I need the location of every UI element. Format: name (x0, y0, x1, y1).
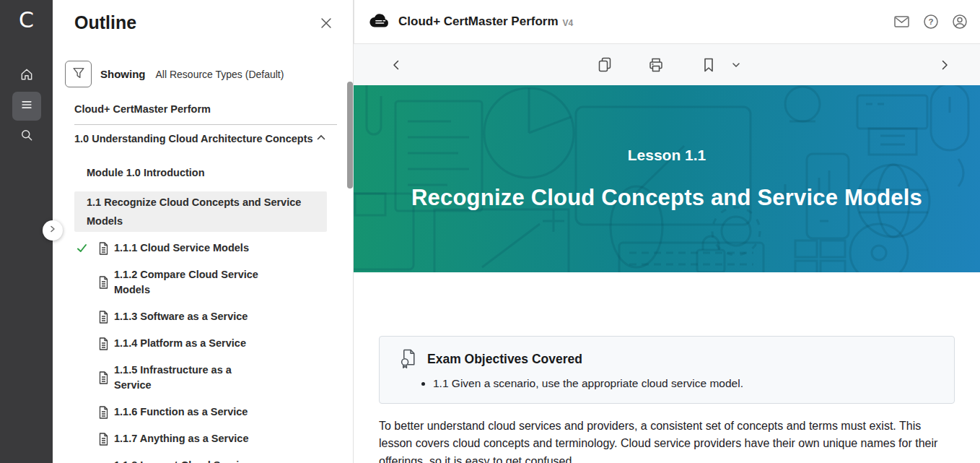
collapse-rail-button[interactable] (43, 220, 63, 241)
showing-label: Showing (100, 68, 146, 80)
domain-label: 1.0 Understanding Cloud Architecture Con… (74, 131, 313, 146)
outline-tree: Cloud+ CertMaster Perform 1.0 Understand… (53, 103, 353, 463)
outline-title: Outline (74, 12, 136, 33)
document-icon (98, 406, 109, 419)
main-header: Cloud+ CertMaster Perform V4 ? (354, 0, 980, 44)
help-icon[interactable]: ? (922, 13, 940, 30)
product-title: Cloud+ CertMaster Perform (398, 14, 559, 29)
lesson-content: Exam Objectives Covered 1.1 Given a scen… (354, 272, 980, 463)
bookmark-icon[interactable] (700, 56, 717, 74)
objectives-list: 1.1 Given a scenario, use the appropriat… (400, 376, 937, 391)
outline-menu-button[interactable] (12, 92, 41, 121)
product-version: V4 (563, 16, 574, 28)
exam-objectives-box: Exam Objectives Covered 1.1 Given a scen… (379, 336, 955, 404)
lesson-banner: Lesson 1.1 Recognize Cloud Concepts and … (354, 85, 980, 272)
topic-label: 1.1.3 Software as a Service (114, 309, 248, 324)
document-icon (98, 337, 109, 350)
tree-item-topic[interactable]: 1.1.8 Largest Cloud Service Providers (53, 458, 353, 463)
document-icon (98, 433, 109, 446)
svg-text:?: ? (928, 17, 933, 26)
lesson-toolbar (354, 44, 980, 85)
close-icon (318, 15, 334, 34)
close-outline-button[interactable] (318, 16, 335, 33)
filter-value: All Resource Types (Default) (156, 69, 284, 80)
lesson-number: Lesson 1.1 (628, 147, 706, 164)
copy-icon[interactable] (596, 56, 613, 74)
filter-icon (71, 65, 87, 84)
print-icon[interactable] (647, 56, 665, 74)
account-icon[interactable] (951, 13, 968, 30)
document-icon (98, 276, 109, 289)
tree-item-topic[interactable]: 1.1.3 Software as a Service (53, 309, 353, 324)
tree-item-course[interactable]: Cloud+ CertMaster Perform (74, 103, 353, 116)
lesson-intro-paragraph: To better understand cloud services and … (379, 417, 955, 463)
topic-label: 1.1.8 Largest Cloud Service Providers (114, 458, 267, 463)
main-area: Cloud+ CertMaster Perform V4 ? (354, 0, 980, 463)
comptia-logo: C (0, 7, 53, 33)
document-icon (98, 371, 109, 384)
topic-label: 1.1.7 Anything as a Service (114, 431, 248, 446)
tree-item-lesson-selected[interactable]: 1.1 Recognize Cloud Concepts and Service… (74, 191, 327, 232)
document-icon (98, 242, 109, 255)
tree-item-topic[interactable]: 1.1.5 Infrastructure as a Service (53, 363, 353, 393)
filter-button[interactable] (65, 61, 92, 87)
home-icon (19, 67, 34, 85)
topic-label: 1.1.6 Function as a Service (114, 404, 248, 420)
caret-down-icon[interactable] (730, 59, 742, 71)
menu-icon (19, 98, 34, 115)
document-icon (98, 311, 109, 324)
objective-item: 1.1 Given a scenario, use the appropriat… (433, 376, 937, 391)
tree-item-topic[interactable]: 1.1.2 Compare Cloud Service Models (53, 267, 353, 298)
certificate-icon (400, 349, 418, 369)
app-root: C Outline (0, 0, 980, 463)
tree-item-topic[interactable]: 1.1.7 Anything as a Service (53, 431, 353, 446)
check-icon (74, 242, 89, 254)
objectives-title: Exam Objectives Covered (427, 352, 582, 367)
lesson-title: Recognize Cloud Concepts and Service Mod… (411, 185, 922, 211)
home-button[interactable] (12, 61, 41, 90)
chevron-right-icon (48, 224, 58, 237)
outline-panel: Outline Showing All Resource Types (Defa… (53, 0, 354, 463)
filter-row: Showing All Resource Types (Default) (65, 61, 284, 87)
tree-item-module[interactable]: Module 1.0 Introduction (87, 165, 353, 180)
tree-item-topic[interactable]: 1.1.4 Platform as a Service (53, 336, 353, 351)
divider (74, 124, 337, 125)
tree-item-topic[interactable]: 1.1.1 Cloud Service Models (53, 241, 353, 256)
cloud-icon (369, 13, 390, 31)
chevron-up-icon (315, 131, 327, 146)
search-button[interactable] (12, 122, 41, 151)
tree-item-domain[interactable]: 1.0 Understanding Cloud Architecture Con… (74, 131, 327, 146)
outline-scrollbar[interactable] (347, 82, 353, 189)
tree-item-topic[interactable]: 1.1.6 Function as a Service (53, 404, 353, 420)
mail-icon[interactable] (893, 13, 911, 30)
topic-label: 1.1.4 Platform as a Service (114, 336, 246, 351)
topic-label: 1.1.5 Infrastructure as a Service (114, 363, 267, 393)
next-page-button[interactable] (938, 59, 951, 72)
previous-page-button[interactable] (390, 59, 403, 72)
topic-label: 1.1.2 Compare Cloud Service Models (114, 267, 267, 298)
search-icon (19, 128, 34, 145)
topic-label: 1.1.1 Cloud Service Models (114, 241, 249, 256)
